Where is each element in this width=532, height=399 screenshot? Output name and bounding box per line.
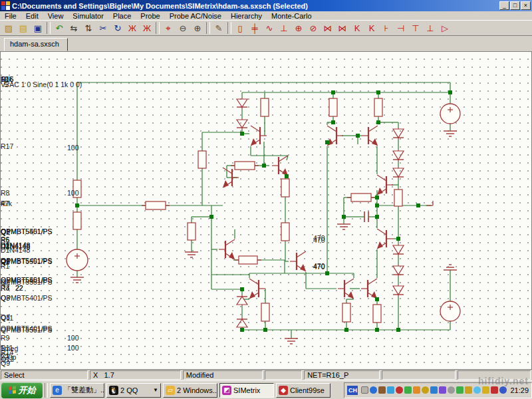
diode-D9[interactable]	[393, 266, 404, 275]
diode-D8[interactable]	[393, 286, 404, 295]
diode-D7[interactable]	[393, 168, 404, 177]
tray-icon-9[interactable]	[448, 386, 455, 394]
device-red-2-icon[interactable]: Ж	[140, 21, 154, 35]
diode-D1[interactable]	[237, 99, 247, 107]
place-resistor-icon[interactable]: ▯	[233, 21, 247, 35]
place-diode-2-icon[interactable]: ⋈	[335, 21, 350, 35]
place-nfet-icon[interactable]: ⊦	[379, 21, 394, 35]
place-vsource-icon[interactable]: ⊕	[291, 21, 306, 35]
menu-simulator[interactable]: Simulator	[68, 12, 108, 20]
resistor-R11[interactable]	[342, 303, 350, 322]
language-indicator[interactable]: CH	[347, 386, 358, 395]
place-led-icon[interactable]: ▷	[438, 21, 452, 35]
task-simetrix[interactable]: ◩SIMetrix	[219, 383, 274, 398]
menu-hierarchy[interactable]: Hierarchy	[226, 12, 267, 20]
place-inductor-icon[interactable]: ∿	[262, 21, 277, 35]
wire-junction[interactable]	[209, 215, 213, 219]
resistor-R9[interactable]	[329, 98, 337, 116]
tray-icon-0[interactable]	[370, 386, 377, 394]
new-schematic-icon[interactable]: ▤	[16, 21, 31, 35]
tray-icon-15[interactable]	[499, 386, 507, 394]
tray-icon-7[interactable]	[430, 386, 438, 394]
close-button[interactable]: ×	[521, 1, 531, 10]
fit-horizontal-icon[interactable]: ⇆	[66, 21, 81, 35]
zoom-area-icon[interactable]: ⌖	[161, 21, 176, 35]
wire-junction[interactable]	[240, 287, 244, 291]
diode-D10[interactable]	[393, 245, 404, 254]
wire-junction[interactable]	[344, 328, 348, 332]
zoom-out-icon[interactable]: ⊖	[176, 21, 190, 35]
undo-icon[interactable]: ↶	[52, 21, 66, 35]
task-browser[interactable]: e「雙差動」...	[50, 383, 104, 398]
maximize-button[interactable]: □	[510, 1, 520, 10]
wire-junction[interactable]	[75, 203, 79, 207]
task-qq[interactable]: 🐧2 QQ▼	[106, 383, 161, 398]
place-isource-icon[interactable]: ⊘	[306, 21, 321, 35]
tray-icon-6[interactable]	[422, 386, 429, 394]
place-ground-icon[interactable]: ⊥	[277, 21, 291, 35]
resistor-R5[interactable]	[235, 162, 255, 170]
wire-junction[interactable]	[375, 203, 379, 207]
wire-junction[interactable]	[416, 203, 420, 207]
wire-junction[interactable]	[448, 90, 452, 94]
menu-edit[interactable]: Edit	[21, 12, 43, 20]
tray-icon-5[interactable]	[413, 386, 420, 394]
resistor-R10[interactable]	[374, 98, 382, 116]
task-explorer[interactable]: ▱2 Windows...▼	[163, 383, 217, 398]
minimize-button[interactable]: _	[499, 1, 509, 10]
resistor-R2[interactable]	[261, 303, 269, 321]
tray-icon-3[interactable]	[396, 386, 403, 394]
wire-junction[interactable]	[342, 215, 346, 219]
wire-pencil-icon[interactable]: ✎	[211, 21, 226, 35]
resistor-R4[interactable]	[281, 223, 289, 241]
place-pnp-icon[interactable]: K	[364, 21, 379, 35]
place-diode-1-icon[interactable]: ⋈	[321, 21, 335, 35]
wire-junction[interactable]	[375, 297, 379, 301]
resistor-R7[interactable]	[198, 151, 206, 168]
tray-icon-13[interactable]	[482, 386, 489, 394]
diode-D3[interactable]	[237, 297, 247, 305]
tray-icon-12[interactable]	[473, 386, 481, 394]
resistor-R17[interactable]	[146, 201, 166, 209]
place-pjfet-icon[interactable]: ⊥	[423, 21, 438, 35]
resistor-R15[interactable]	[73, 212, 81, 229]
menu-file[interactable]: File	[0, 12, 21, 20]
title-bar[interactable]: C:\Documents and Settings\Biglee\My Docu…	[0, 0, 532, 11]
tray-icon-4[interactable]	[404, 386, 412, 394]
tray-icon-2[interactable]	[387, 386, 394, 394]
cut-icon[interactable]: ✂	[96, 21, 110, 35]
resistor-R6[interactable]	[239, 256, 257, 264]
wire-junction[interactable]	[396, 328, 400, 332]
resistor-R1[interactable]	[261, 98, 269, 116]
wire-junction[interactable]	[240, 132, 244, 136]
wire-junction[interactable]	[331, 90, 335, 94]
tab-schematic[interactable]: hdam-sa.sxsch	[4, 38, 68, 51]
resistor-R8[interactable]	[188, 223, 196, 240]
menu-probe[interactable]: Probe	[136, 12, 164, 20]
source-V2[interactable]	[440, 301, 460, 321]
schematic-canvas[interactable]: D1N4148470D1R1D1N4148D2Q1QPMBT5401/PSQPM…	[0, 51, 532, 370]
task-qq-dropdown-icon[interactable]: ▼	[153, 387, 158, 393]
wire-junction[interactable]	[325, 271, 329, 275]
wire-junction[interactable]	[375, 215, 379, 219]
tray-icon-1[interactable]	[378, 386, 386, 394]
diode-D6[interactable]	[393, 151, 404, 160]
menu-probe-ac-noise[interactable]: Probe AC/Noise	[165, 12, 226, 20]
resistor-R12[interactable]	[373, 305, 381, 323]
resistor-R14[interactable]	[351, 194, 371, 201]
wire-junction[interactable]	[285, 174, 289, 178]
wire-junction[interactable]	[262, 164, 266, 168]
source-V1[interactable]	[440, 104, 460, 124]
place-capacitor-icon[interactable]: ╪	[247, 21, 262, 35]
wire-junction[interactable]	[376, 90, 380, 94]
wire-junction[interactable]	[375, 196, 379, 200]
diode-D5[interactable]	[393, 129, 404, 138]
wire-junction[interactable]	[356, 134, 360, 138]
taskbar-clock[interactable]: 21:29	[510, 386, 529, 394]
tray-icon-11[interactable]	[465, 386, 472, 394]
zoom-in-icon[interactable]: ⊕	[190, 21, 205, 35]
start-button[interactable]: 开始	[1, 382, 43, 398]
resistor-R3[interactable]	[281, 179, 289, 197]
save-icon[interactable]: ▣	[31, 21, 45, 35]
tray-icon-10[interactable]	[456, 386, 464, 394]
